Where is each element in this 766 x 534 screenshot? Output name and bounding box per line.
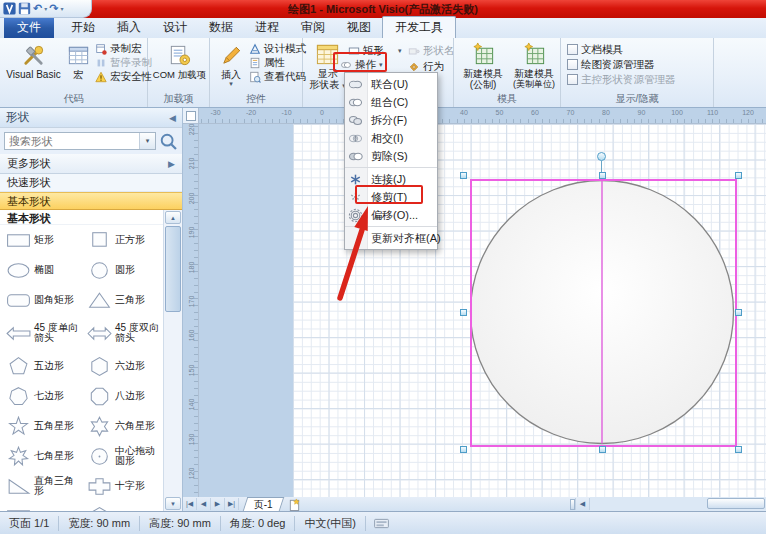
shape-master-item[interactable]: 中心拖动圆形	[81, 441, 162, 471]
insert-page-icon[interactable]	[288, 498, 304, 511]
operations-menu-item[interactable]: 拆分(F)	[345, 111, 437, 129]
new-stencil-metric-button[interactable]: 新建模具 (公制)	[459, 40, 507, 91]
ribbon-tab[interactable]: 视图	[336, 16, 382, 38]
properties-button[interactable]: 属性	[249, 56, 285, 69]
ribbon-tab[interactable]: 进程	[244, 16, 290, 38]
visio-logo-icon[interactable]	[3, 2, 16, 15]
visual-basic-button[interactable]: Visual Basic	[5, 41, 62, 81]
ruler-label: -30	[210, 109, 220, 116]
scrollbar-thumb[interactable]	[165, 226, 181, 312]
shape-master-item[interactable]: 直角三角形	[0, 471, 81, 501]
design-mode-button[interactable]: 设计模式	[249, 42, 306, 55]
undo-icon[interactable]: ↶	[33, 3, 42, 14]
shape-master-item[interactable]: 六边形	[81, 351, 162, 381]
shape-master-item[interactable]: 圆角矩形	[0, 285, 81, 315]
scroll-up-icon[interactable]: ▲	[165, 211, 181, 224]
ribbon-tab[interactable]: 文件	[4, 16, 54, 38]
selection-handle[interactable]	[735, 309, 742, 316]
shape-master-item[interactable]: 椭圆	[0, 255, 81, 285]
operations-menu-item[interactable]: 剪除(S)	[345, 147, 437, 168]
h-scrollbar[interactable]	[590, 497, 766, 511]
status-language[interactable]: 中文(中国)	[295, 516, 365, 531]
com-addins-button[interactable]: COM 加载项	[150, 41, 209, 81]
ribbon-tab[interactable]: 审阅	[290, 16, 336, 38]
operations-menu-item[interactable]: 联合(U)	[345, 75, 437, 93]
collapse-panel-icon[interactable]: ◀	[169, 113, 176, 123]
shape-search-box[interactable]: ▾	[4, 132, 156, 150]
show-hide-checkbox[interactable]: 主控形状资源管理器	[567, 73, 676, 86]
ribbon-tab[interactable]: 开发工具	[382, 16, 456, 38]
new-stencil-us-icon	[522, 41, 547, 68]
shape-master-item[interactable]	[0, 501, 81, 511]
redo-icon[interactable]: ↷	[49, 3, 58, 14]
first-page-icon[interactable]: |◀	[183, 498, 197, 510]
macros-button[interactable]: 宏	[62, 41, 94, 81]
ruler-label: 60	[531, 109, 539, 116]
new-stencil-us-button[interactable]: 新建模具 (美制单位)	[509, 40, 559, 91]
shape-master-item[interactable]: 45 度双向箭头	[81, 315, 162, 351]
stencil-tab-basic-shapes[interactable]: 基本形状	[0, 192, 182, 210]
selection-handle[interactable]	[460, 172, 467, 179]
language-bar-icon[interactable]	[366, 518, 397, 529]
status-page-indicator[interactable]: 页面 1/1	[0, 516, 59, 531]
more-shapes-item[interactable]: 更多形状 ▶	[0, 154, 182, 174]
selection-handle[interactable]	[735, 172, 742, 179]
prev-page-icon[interactable]: ◀	[197, 498, 211, 510]
macro-security-button[interactable]: 宏安全性	[95, 70, 152, 83]
selection-handle[interactable]	[460, 309, 467, 316]
record-macro-button[interactable]: 录制宏	[95, 42, 142, 55]
selection-handle[interactable]	[735, 446, 742, 453]
selection-handle[interactable]	[599, 446, 606, 453]
save-icon[interactable]	[18, 2, 31, 15]
shape-master-item[interactable]: 六角星形	[81, 411, 162, 441]
h-scrollbar-thumb[interactable]	[707, 498, 765, 509]
status-height[interactable]: 高度: 90 mm	[140, 516, 221, 531]
ribbon-tab[interactable]: 设计	[152, 16, 198, 38]
next-page-icon[interactable]: ▶	[211, 498, 225, 510]
rotation-handle[interactable]	[597, 152, 606, 161]
selection-handle[interactable]	[599, 172, 606, 179]
selection-handle[interactable]	[460, 446, 467, 453]
shape-master-item[interactable]: 五角星形	[0, 411, 81, 441]
shape-master-item[interactable]: 八边形	[81, 381, 162, 411]
status-angle[interactable]: 角度: 0 deg	[221, 516, 296, 531]
shape-master-item[interactable]: 45 度单向箭头	[0, 315, 81, 351]
operations-menu-item[interactable]: 偏移(O)...	[345, 206, 437, 227]
shapes-panel: 形状 ◀ ▾ 更多形状 ▶ 快速形状 基本形状 基本形状 矩形 正方形 椭圆	[0, 108, 183, 511]
shape-master-item[interactable]	[81, 501, 162, 511]
last-page-icon[interactable]: ▶|	[225, 498, 239, 510]
drawing-canvas[interactable]	[199, 124, 766, 497]
scroll-down-icon[interactable]: ▼	[165, 497, 181, 510]
undo-dropdown-icon[interactable]: ▾	[44, 5, 47, 12]
quick-shapes-item[interactable]: 快速形状	[0, 174, 182, 192]
show-hide-checkbox[interactable]: 文档模具	[567, 43, 623, 56]
shape-master-item[interactable]: 三角形	[81, 285, 162, 315]
shape-master-item[interactable]: 正方形	[81, 225, 162, 255]
operations-menu-item[interactable]: 相交(I)	[345, 129, 437, 147]
ribbon-tab[interactable]: 开始	[60, 16, 106, 38]
search-icon[interactable]	[159, 132, 178, 150]
view-code-button[interactable]: 查看代码	[249, 70, 306, 83]
h-scroll-left-icon[interactable]: ◀	[575, 498, 590, 510]
shape-master-item[interactable]: 圆形	[81, 255, 162, 285]
shape-search-input[interactable]	[5, 135, 139, 147]
group-label-addins: 加载项	[148, 92, 209, 106]
shape-gallery-dropdown[interactable]: ▾	[398, 44, 402, 57]
status-width[interactable]: 宽度: 90 mm	[59, 516, 140, 531]
show-hide-checkbox[interactable]: 绘图资源管理器	[567, 58, 655, 71]
insert-control-button[interactable]: 插入 ▾	[214, 41, 248, 88]
page-tab-1[interactable]: 页-1	[243, 497, 284, 511]
ribbon-tab[interactable]: 数据	[198, 16, 244, 38]
macros-icon	[66, 42, 91, 69]
operations-menu-item[interactable]: 组合(C)	[345, 93, 437, 111]
search-dropdown-icon[interactable]: ▾	[139, 133, 155, 149]
shape-master-item[interactable]: 十字形	[81, 471, 162, 501]
shape-master-item[interactable]: 矩形	[0, 225, 81, 255]
shape-master-item[interactable]: 七角星形	[0, 441, 81, 471]
operations-menu-item[interactable]: 更新对齐框(A)	[345, 229, 437, 247]
ribbon-tab[interactable]: 插入	[106, 16, 152, 38]
panel-scrollbar[interactable]: ▲ ▼	[163, 210, 182, 511]
shape-master-item[interactable]: 七边形	[0, 381, 81, 411]
qat-customize-icon[interactable]: ▾	[60, 5, 63, 12]
shape-master-item[interactable]: 五边形	[0, 351, 81, 381]
